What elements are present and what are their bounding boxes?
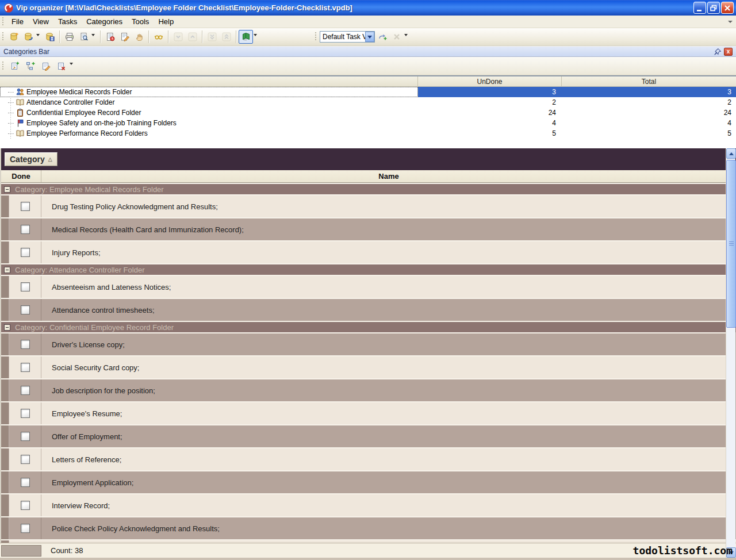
column-header-undone[interactable]: UnDone <box>418 76 562 86</box>
task-row[interactable]: Letters of Reference; <box>1 447 727 470</box>
category-row[interactable]: Employee Safety and on-the-job Training … <box>0 118 736 128</box>
open-database-button[interactable] <box>21 30 36 44</box>
task-name[interactable]: Injury Reports; <box>41 241 727 263</box>
task-row[interactable]: Attendance control timesheets; <box>1 298 727 321</box>
task-row[interactable]: Employee's Resume; <box>1 401 727 424</box>
task-name[interactable]: Letters of Reference; <box>41 448 727 470</box>
done-checkbox[interactable] <box>21 432 30 441</box>
scrollbar-thumb[interactable] <box>726 160 736 328</box>
toolbar-grip[interactable] <box>2 32 5 41</box>
task-row[interactable]: Police Check Policy Acknowledgment and R… <box>1 516 727 539</box>
dropdown-caret-icon[interactable] <box>254 34 257 36</box>
dropdown-caret-icon[interactable] <box>91 34 95 36</box>
task-view-combobox[interactable]: Default Task View <box>320 31 375 43</box>
category-name-cell[interactable]: Employee Safety and on-the-job Training … <box>0 118 418 128</box>
group-header-row[interactable]: Category: Attendance Controller Folder <box>1 263 736 275</box>
category-row[interactable]: Attendance Controller Folder22 <box>0 97 736 108</box>
task-name[interactable]: Absenteeism and Lateness Notices; <box>41 276 727 298</box>
group-header-row[interactable]: Category: Employee Medical Records Folde… <box>1 183 736 194</box>
glasses-button[interactable] <box>151 30 166 44</box>
print-button[interactable] <box>62 30 76 44</box>
vertical-scrollbar[interactable] <box>726 148 735 558</box>
restore-button[interactable] <box>707 2 720 14</box>
column-header-name[interactable] <box>0 76 418 86</box>
task-row[interactable]: Drug Testing Policy Acknowledgment and R… <box>1 194 727 217</box>
task-name[interactable]: Employee's Resume; <box>41 402 727 424</box>
add-subcategory-button[interactable] <box>22 59 38 74</box>
save-database-button[interactable] <box>43 30 57 44</box>
menu-overflow-icon[interactable] <box>728 21 733 23</box>
done-checkbox[interactable] <box>21 409 30 418</box>
group-header-row[interactable]: Category: Confidential Employee Record F… <box>1 321 736 332</box>
task-name[interactable]: Social Security Card copy; <box>41 356 727 378</box>
task-row[interactable]: Social Security Card copy; <box>1 355 727 378</box>
category-name-cell[interactable]: Attendance Controller Folder <box>0 97 418 108</box>
edit-task-button[interactable] <box>117 30 132 44</box>
done-checkbox[interactable] <box>21 524 30 533</box>
category-name-cell[interactable]: Employee Medical Records Folder <box>0 87 418 97</box>
task-name[interactable]: Job description for the position; <box>41 379 727 401</box>
apply-view-button[interactable] <box>375 30 389 44</box>
menu-item-tasks[interactable]: Tasks <box>53 16 82 28</box>
done-checkbox[interactable] <box>21 282 30 291</box>
task-row[interactable]: Driver's License copy; <box>1 332 727 355</box>
collapse-icon[interactable] <box>4 324 10 331</box>
task-row[interactable]: Employment Application; <box>1 470 727 493</box>
menu-item-categories[interactable]: Categories <box>82 16 127 28</box>
task-name[interactable]: Medical Records (Health Card and Immuniz… <box>41 218 727 240</box>
done-checkbox[interactable] <box>21 340 30 349</box>
task-row[interactable]: Injury Reports; <box>1 240 727 263</box>
task-row[interactable]: Absenteeism and Lateness Notices; <box>1 275 727 298</box>
close-icon[interactable]: x <box>724 48 733 56</box>
category-name-cell[interactable]: Employee Performance Record Folders <box>0 128 418 139</box>
dropdown-caret-icon[interactable] <box>404 34 408 36</box>
done-checkbox[interactable] <box>21 501 30 510</box>
menu-item-help[interactable]: Help <box>154 16 178 28</box>
task-row[interactable]: Medical Records (Health Card and Immuniz… <box>1 217 727 240</box>
scroll-up-button[interactable] <box>726 148 736 159</box>
add-category-button[interactable] <box>7 59 22 74</box>
done-checkbox[interactable] <box>21 363 30 372</box>
category-row[interactable]: Confidential Employee Record Folder2424 <box>0 108 736 118</box>
combobox-dropdown-button[interactable] <box>365 32 374 42</box>
delete-category-button[interactable] <box>53 59 69 74</box>
close-button[interactable] <box>721 2 734 14</box>
task-row[interactable]: Interview Record; <box>1 493 727 516</box>
task-row[interactable]: Offer of Employment; <box>1 424 727 447</box>
column-header-task-name[interactable]: Name <box>41 170 736 182</box>
category-name-cell[interactable]: Confidential Employee Record Folder <box>0 108 418 118</box>
task-name[interactable]: Attendance control timesheets; <box>41 299 727 321</box>
menu-item-view[interactable]: View <box>28 16 53 28</box>
column-header-done[interactable]: Done <box>1 170 41 182</box>
done-checkbox[interactable] <box>21 305 30 314</box>
task-name[interactable]: Driver's License copy; <box>41 333 727 355</box>
done-checkbox[interactable] <box>21 386 30 395</box>
task-name[interactable]: Employment Application; <box>41 471 727 493</box>
menu-item-file[interactable]: File <box>7 16 28 28</box>
collapse-icon[interactable] <box>4 186 10 193</box>
done-checkbox[interactable] <box>21 455 30 464</box>
toolbar-grip[interactable] <box>315 32 317 41</box>
done-checkbox[interactable] <box>21 478 30 487</box>
new-database-button[interactable] <box>7 30 21 44</box>
task-row[interactable]: Job description for the position; <box>1 378 727 401</box>
edit-category-button[interactable] <box>38 59 53 74</box>
menu-item-tools[interactable]: Tools <box>127 16 154 28</box>
minimize-button[interactable] <box>693 2 706 14</box>
done-checkbox[interactable] <box>21 225 30 234</box>
task-view-button[interactable] <box>239 30 253 44</box>
print-preview-button[interactable] <box>76 30 91 44</box>
dropdown-caret-icon[interactable] <box>36 34 40 36</box>
category-row[interactable]: Employee Performance Record Folders55 <box>0 128 736 139</box>
task-name[interactable]: Drug Testing Policy Acknowledgment and R… <box>41 195 727 217</box>
group-by-category-button[interactable]: Category △ <box>5 152 57 166</box>
collapse-icon[interactable] <box>4 267 10 273</box>
task-name[interactable]: Interview Record; <box>41 494 727 516</box>
new-task-button[interactable] <box>103 30 117 44</box>
done-checkbox[interactable] <box>21 202 30 211</box>
task-name[interactable]: Police Check Policy Acknowledgment and R… <box>41 517 727 539</box>
dropdown-caret-icon[interactable] <box>70 63 73 65</box>
toolbar-grip[interactable] <box>2 17 5 26</box>
column-header-total[interactable]: Total <box>562 76 736 86</box>
pin-icon[interactable] <box>714 48 722 56</box>
